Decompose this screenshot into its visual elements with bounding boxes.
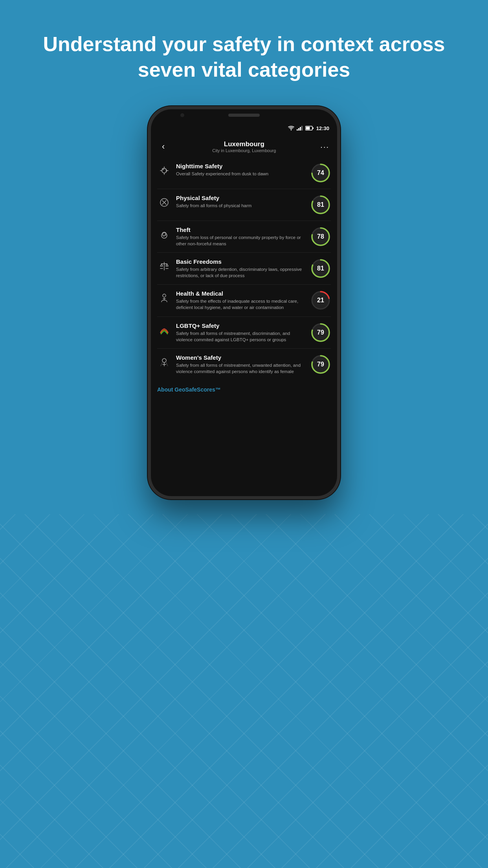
nighttime-score-number: 74 bbox=[317, 169, 324, 177]
theft-icon bbox=[159, 229, 170, 240]
safety-item-lgbtq[interactable]: LGBTQ+ Safety Safety from all forms of m… bbox=[157, 317, 331, 349]
screen-content: Nighttime Safety Overall Safety experien… bbox=[151, 157, 337, 497]
freedoms-content: Basic Freedoms Safety from arbitrary det… bbox=[176, 258, 306, 279]
theft-score-number: 78 bbox=[317, 233, 324, 240]
safety-item-theft[interactable]: Theft Safety from loss of personal or co… bbox=[157, 221, 331, 253]
lgbtq-description: Safety from all forms of mistreatment, d… bbox=[176, 330, 306, 343]
health-content: Health & Medical Safety from the effects… bbox=[176, 290, 306, 311]
women-content: Women's Safety Safety from all forms of … bbox=[176, 354, 306, 375]
status-icons: 12:30 bbox=[288, 125, 329, 131]
battery-icon bbox=[305, 126, 314, 131]
women-score-number: 79 bbox=[317, 361, 324, 368]
safety-item-freedoms[interactable]: Basic Freedoms Safety from arbitrary det… bbox=[157, 253, 331, 285]
svg-point-30 bbox=[162, 359, 166, 362]
physical-safety-icon bbox=[159, 197, 170, 208]
phone-nav: ◁ ○ □ bbox=[151, 497, 337, 499]
lgbtq-icon bbox=[159, 325, 170, 336]
svg-rect-0 bbox=[297, 129, 298, 131]
physical-title: Physical Safety bbox=[176, 195, 306, 201]
physical-content: Physical Safety Safety from all forms of… bbox=[176, 195, 306, 209]
women-score: 79 bbox=[310, 354, 331, 375]
svg-rect-6 bbox=[306, 127, 310, 130]
safety-item-health[interactable]: Health & Medical Safety from the effects… bbox=[157, 285, 331, 316]
lgbtq-content: LGBTQ+ Safety Safety from all forms of m… bbox=[176, 322, 306, 343]
header-title: Luxembourg bbox=[212, 140, 276, 148]
nighttime-content: Nighttime Safety Overall Safety experien… bbox=[176, 163, 306, 177]
physical-score-number: 81 bbox=[317, 201, 324, 208]
phone-camera bbox=[180, 113, 184, 117]
nighttime-icon bbox=[157, 164, 171, 178]
freedoms-score-number: 81 bbox=[317, 265, 324, 272]
women-icon bbox=[159, 357, 170, 368]
status-bar: 12:30 bbox=[151, 121, 337, 135]
nighttime-description: Overall Safety experienced from dusk to … bbox=[176, 171, 306, 177]
more-button[interactable]: ··· bbox=[320, 142, 329, 151]
physical-description: Safety from all forms of physical harm bbox=[176, 202, 306, 209]
volume-down-button bbox=[148, 194, 149, 213]
freedoms-title: Basic Freedoms bbox=[176, 258, 306, 265]
signal-icon bbox=[297, 126, 303, 131]
theft-title: Theft bbox=[176, 226, 306, 233]
health-icon bbox=[157, 291, 171, 305]
women-title: Women's Safety bbox=[176, 354, 306, 361]
freedoms-icon bbox=[159, 261, 170, 272]
theft-content: Theft Safety from loss of personal or co… bbox=[176, 226, 306, 247]
header-subtitle: City in Luxembourg, Luxembourg bbox=[212, 148, 276, 153]
svg-rect-2 bbox=[300, 127, 301, 131]
theft-description: Safety from loss of personal or communit… bbox=[176, 234, 306, 247]
svg-point-23 bbox=[163, 294, 166, 297]
nighttime-title: Nighttime Safety bbox=[176, 163, 306, 169]
lgbtq-score: 79 bbox=[310, 322, 331, 343]
volume-up-button bbox=[148, 168, 149, 188]
nighttime-icon bbox=[159, 165, 170, 176]
safety-item-physical[interactable]: Physical Safety Safety from all forms of… bbox=[157, 189, 331, 221]
lgbtq-icon bbox=[157, 323, 171, 337]
nav-recents-button[interactable]: □ bbox=[296, 498, 316, 500]
safety-item-women[interactable]: Women's Safety Safety from all forms of … bbox=[157, 349, 331, 380]
health-score-number: 21 bbox=[317, 297, 324, 304]
phone-notch bbox=[151, 109, 337, 121]
physical-score: 81 bbox=[310, 195, 331, 215]
women-description: Safety from all forms of mistreatment, u… bbox=[176, 362, 306, 375]
safety-item-nighttime[interactable]: Nighttime Safety Overall Safety experien… bbox=[157, 157, 331, 189]
women-icon bbox=[157, 355, 171, 369]
svg-rect-1 bbox=[298, 128, 299, 131]
lgbtq-score-number: 79 bbox=[317, 329, 324, 336]
health-score: 21 bbox=[310, 290, 331, 311]
page-headline: Understand your safety in context across… bbox=[0, 31, 488, 83]
wifi-icon bbox=[288, 126, 294, 131]
app-header: ‹ Luxembourg City in Luxembourg, Luxembo… bbox=[151, 135, 337, 157]
theft-icon bbox=[157, 227, 171, 241]
svg-rect-5 bbox=[312, 127, 314, 129]
nav-back-button[interactable]: ◁ bbox=[172, 498, 192, 500]
status-time: 12:30 bbox=[316, 125, 329, 131]
freedoms-icon bbox=[157, 259, 171, 273]
nav-home-button[interactable]: ○ bbox=[234, 498, 254, 500]
svg-point-7 bbox=[162, 168, 167, 173]
back-button[interactable]: ‹ bbox=[159, 140, 168, 153]
physical-icon bbox=[157, 195, 171, 210]
phone-mockup: 12:30 ‹ Luxembourg City in Luxembourg, L… bbox=[148, 106, 340, 499]
freedoms-score: 81 bbox=[310, 258, 331, 279]
freedoms-description: Safety from arbitrary detention, discrim… bbox=[176, 266, 306, 279]
health-icon bbox=[159, 292, 170, 303]
safety-list: Nighttime Safety Overall Safety experien… bbox=[151, 157, 337, 380]
nighttime-score: 74 bbox=[310, 163, 331, 183]
health-title: Health & Medical bbox=[176, 290, 306, 297]
phone-body: 12:30 ‹ Luxembourg City in Luxembourg, L… bbox=[148, 106, 340, 499]
svg-rect-3 bbox=[301, 126, 303, 131]
health-description: Safety from the effects of inadequate ac… bbox=[176, 298, 306, 311]
phone-speaker bbox=[228, 114, 260, 117]
lgbtq-title: LGBTQ+ Safety bbox=[176, 322, 306, 329]
about-link[interactable]: About GeoSafeScores™ bbox=[151, 380, 337, 396]
power-button bbox=[339, 180, 340, 208]
theft-score: 78 bbox=[310, 226, 331, 247]
header-center: Luxembourg City in Luxembourg, Luxembour… bbox=[212, 140, 276, 153]
